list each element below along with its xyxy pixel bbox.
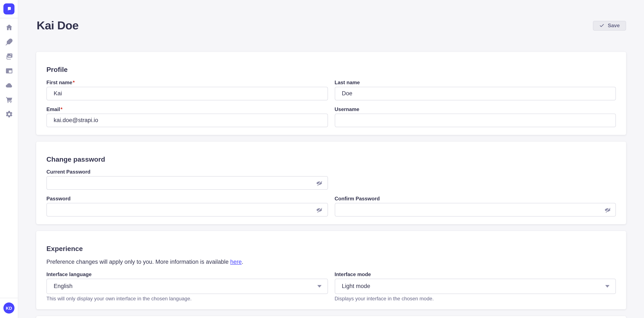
user-avatar[interactable]: KD — [4, 303, 14, 314]
interface-language-label: Interface language — [46, 271, 328, 277]
toggle-confirm-password-visibility-button[interactable] — [604, 206, 611, 214]
experience-subtitle: Preference changes will apply only to yo… — [46, 259, 616, 266]
eye-slash-icon — [316, 206, 323, 213]
eye-slash-icon — [604, 206, 611, 213]
cart-icon — [5, 96, 13, 104]
password-input[interactable] — [46, 203, 328, 217]
change-password-card: Change password Current Password — [36, 142, 626, 224]
change-password-card-title: Change password — [46, 156, 616, 163]
guided-tour-card: Guided tour You can reset the guided tou… — [36, 316, 626, 318]
page-title: Kai Doe — [37, 19, 78, 32]
sidebar-item-marketplace[interactable] — [4, 94, 14, 105]
last-name-field-group: Last name — [334, 79, 616, 100]
chevron-down-icon — [605, 285, 610, 288]
required-asterisk: * — [60, 106, 62, 112]
feather-icon — [5, 38, 13, 46]
sidebar-divider-top — [0, 18, 18, 18]
sidebar-item-settings[interactable] — [4, 109, 14, 120]
sidebar: KD — [0, 0, 18, 318]
confirm-password-label: Confirm Password — [334, 196, 616, 202]
toggle-current-password-visibility-button[interactable] — [316, 179, 323, 187]
strapi-logo[interactable] — [4, 3, 14, 14]
first-name-input[interactable] — [46, 87, 328, 100]
app-root: KD Kai Doe Save Profile First name* — [0, 0, 644, 318]
sidebar-item-home[interactable] — [4, 22, 14, 33]
page-header: Kai Doe Save — [18, 0, 644, 52]
save-button[interactable]: Save — [593, 21, 626, 30]
check-icon — [599, 23, 604, 28]
sidebar-divider-bottom — [0, 298, 18, 298]
interface-language-field-group: Interface language English This will onl… — [46, 271, 328, 302]
confirm-password-input[interactable] — [334, 203, 616, 217]
sidebar-item-content-type-builder[interactable] — [4, 65, 14, 76]
current-password-label: Current Password — [46, 169, 328, 175]
interface-mode-field-group: Interface mode Light mode Displays your … — [334, 271, 616, 302]
chevron-down-icon — [317, 285, 321, 288]
interface-language-select[interactable]: English — [46, 279, 328, 294]
interface-mode-select[interactable]: Light mode — [334, 279, 616, 294]
last-name-input[interactable] — [334, 87, 616, 100]
interface-language-helper: This will only display your own interfac… — [46, 296, 328, 302]
interface-language-value: English — [54, 283, 72, 290]
interface-mode-helper: Displays your interface in the chosen mo… — [334, 296, 616, 302]
save-button-label: Save — [608, 22, 620, 28]
current-password-field-group: Current Password — [46, 169, 328, 190]
required-asterisk: * — [72, 79, 74, 85]
gear-icon — [5, 110, 13, 118]
username-field-group: Username — [334, 106, 616, 127]
username-label: Username — [334, 106, 616, 112]
confirm-password-field-group: Confirm Password — [334, 196, 616, 217]
cloud-icon — [5, 81, 13, 89]
first-name-label: First name* — [46, 79, 328, 85]
home-icon — [5, 23, 13, 31]
interface-mode-value: Light mode — [342, 283, 370, 290]
sidebar-item-media-library[interactable] — [4, 51, 14, 62]
page-content: Profile First name* Last name Email* — [18, 52, 644, 318]
email-input[interactable] — [46, 113, 328, 127]
eye-slash-icon — [316, 179, 323, 186]
sidebar-item-cloud[interactable] — [4, 80, 14, 91]
media-library-icon — [5, 52, 13, 60]
password-field-group: Password — [46, 196, 328, 217]
toggle-password-visibility-button[interactable] — [316, 206, 323, 214]
email-label: Email* — [46, 106, 328, 112]
interface-mode-label: Interface mode — [334, 271, 616, 277]
sidebar-item-content-manager[interactable] — [4, 37, 14, 47]
strapi-logo-glyph — [6, 6, 12, 12]
experience-card-title: Experience — [46, 245, 616, 253]
username-input[interactable] — [334, 113, 616, 127]
current-password-input[interactable] — [46, 176, 328, 190]
experience-card: Experience Preference changes will apply… — [36, 231, 626, 309]
profile-card: Profile First name* Last name Email* — [36, 52, 626, 135]
first-name-field-group: First name* — [46, 79, 328, 100]
sidebar-nav — [4, 22, 14, 120]
sidebar-bottom: KD — [0, 298, 18, 318]
main-area: Kai Doe Save Profile First name* Las — [18, 0, 644, 318]
more-information-link[interactable]: here — [230, 259, 242, 265]
password-label: Password — [46, 196, 328, 202]
email-field-group: Email* — [46, 106, 328, 127]
layout-icon — [5, 67, 13, 75]
profile-card-title: Profile — [46, 66, 616, 74]
last-name-label: Last name — [334, 79, 616, 85]
